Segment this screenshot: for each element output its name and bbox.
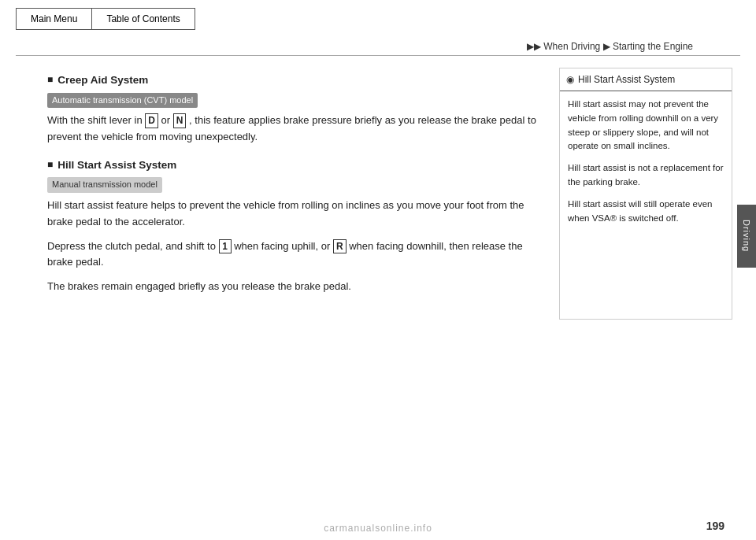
hill-start-heading: Hill Start Assist System bbox=[47, 157, 543, 174]
creep-aid-badge: Automatic transmission (CVT) model bbox=[47, 93, 198, 109]
breadcrumb: ▶▶ When Driving ▶ Starting the Engine bbox=[16, 38, 740, 56]
creep-aid-heading: Creep Aid System bbox=[47, 72, 543, 89]
key-r: R bbox=[333, 239, 346, 254]
section-creep-aid: Creep Aid System Automatic transmission … bbox=[47, 72, 543, 146]
hill-start-badge: Manual transmission model bbox=[47, 177, 162, 193]
right-panel-body: Hill start assist may not prevent the ve… bbox=[560, 91, 732, 240]
right-panel-title: Hill Start Assist System bbox=[578, 72, 675, 87]
hill-start-para2: Depress the clutch pedal, and shift to 1… bbox=[47, 239, 543, 272]
main-menu-button[interactable]: Main Menu bbox=[16, 8, 91, 30]
section-hill-start: Hill Start Assist System Manual transmis… bbox=[47, 157, 543, 295]
right-panel-para1: Hill start assist may not prevent the ve… bbox=[568, 98, 724, 153]
right-panel-header: ◉ Hill Start Assist System bbox=[560, 68, 732, 91]
key-n: N bbox=[173, 113, 187, 128]
left-panel: Creep Aid System Automatic transmission … bbox=[16, 64, 559, 525]
note-icon: ◉ bbox=[566, 72, 574, 87]
key-d: D bbox=[145, 113, 158, 128]
right-panel: ◉ Hill Start Assist System Hill start as… bbox=[559, 68, 732, 320]
main-content: Creep Aid System Automatic transmission … bbox=[0, 64, 756, 525]
right-panel-para2: Hill start assist is not a replacement f… bbox=[568, 161, 724, 190]
creep-aid-text: With the shift lever in D or N , this fe… bbox=[47, 113, 543, 146]
header: Main Menu Table of Contents bbox=[0, 0, 756, 38]
hill-start-para1: Hill start assist feature helps to preve… bbox=[47, 198, 543, 231]
toc-button[interactable]: Table of Contents bbox=[91, 8, 195, 30]
breadcrumb-text: ▶▶ When Driving ▶ Starting the Engine bbox=[527, 41, 693, 52]
driving-side-tab: Driving bbox=[737, 205, 756, 268]
key-1: 1 bbox=[219, 239, 232, 254]
watermark: carmanualsonline.info bbox=[0, 523, 756, 534]
right-panel-para3: Hill start assist will still operate eve… bbox=[568, 198, 724, 226]
hill-start-para3: The brakes remain engaged briefly as you… bbox=[47, 279, 543, 295]
